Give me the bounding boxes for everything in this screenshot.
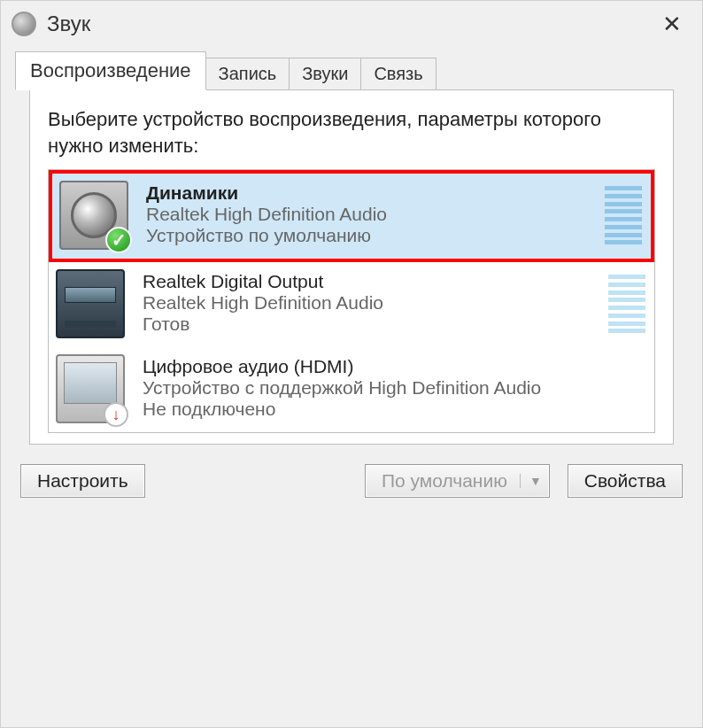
level-meter [605,181,642,250]
device-text: Realtek Digital Output Realtek High Defi… [143,269,601,335]
digital-output-icon [56,269,125,338]
button-row: Настроить По умолчанию ▼ Свойства [1,453,702,517]
set-default-label: По умолчанию [382,470,507,492]
device-subtitle: Устройство с поддержкой High Definition … [143,377,645,399]
close-icon: ✕ [662,11,682,38]
playback-panel: Выберите устройство воспроизведения, пар… [29,89,674,445]
chevron-down-icon: ▼ [520,474,542,488]
set-default-button[interactable]: По умолчанию ▼ [365,464,550,498]
speaker-icon: ✓ [59,181,128,250]
tab-recording[interactable]: Запись [205,58,290,90]
tab-playback[interactable]: Воспроизведение [15,51,206,90]
device-row-speakers[interactable]: ✓ Динамики Realtek High Definition Audio… [49,170,654,262]
close-button[interactable]: ✕ [653,8,691,40]
properties-button[interactable]: Свойства [568,464,683,498]
tabs: Воспроизведение Запись Звуки Связь [15,50,688,89]
device-text: Динамики Realtek High Definition Audio У… [146,181,598,246]
device-subtitle: Realtek High Definition Audio [146,204,598,225]
configure-button[interactable]: Настроить [20,464,145,498]
tab-sounds[interactable]: Звуки [289,58,361,90]
tab-communications[interactable]: Связь [360,58,436,90]
default-check-icon: ✓ [105,227,132,253]
instruction-text: Выберите устройство воспроизведения, пар… [48,106,655,159]
device-row-digital-output[interactable]: Realtek Digital Output Realtek High Defi… [49,262,654,347]
device-status: Устройство по умолчанию [146,225,598,246]
sound-dialog: Звук ✕ Воспроизведение Запись Звуки Связ… [0,0,703,728]
disconnected-icon: ↓ [104,402,128,427]
device-list[interactable]: ✓ Динамики Realtek High Definition Audio… [48,169,655,433]
device-name: Realtek Digital Output [143,271,601,292]
device-name: Динамики [146,182,598,204]
device-status: Не подключено [143,399,645,420]
dialog-title: Звук [47,12,90,36]
tabs-container: Воспроизведение Запись Звуки Связь Выбер… [1,50,702,453]
device-row-hdmi[interactable]: ↓ Цифровое аудио (HDMI) Устройство с под… [49,347,654,432]
titlebar: Звук ✕ [1,1,702,50]
sound-icon [12,12,36,36]
device-subtitle: Realtek High Definition Audio [143,292,601,314]
device-name: Цифровое аудио (HDMI) [143,356,645,377]
device-status: Готов [143,314,601,335]
level-meter [608,269,645,338]
monitor-icon: ↓ [56,354,125,423]
device-text: Цифровое аудио (HDMI) Устройство с подде… [143,354,645,420]
